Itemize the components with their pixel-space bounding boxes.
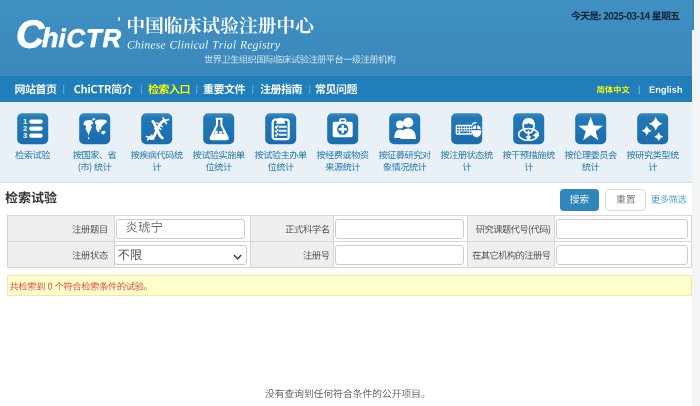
svg-text:3: 3: [23, 131, 27, 140]
